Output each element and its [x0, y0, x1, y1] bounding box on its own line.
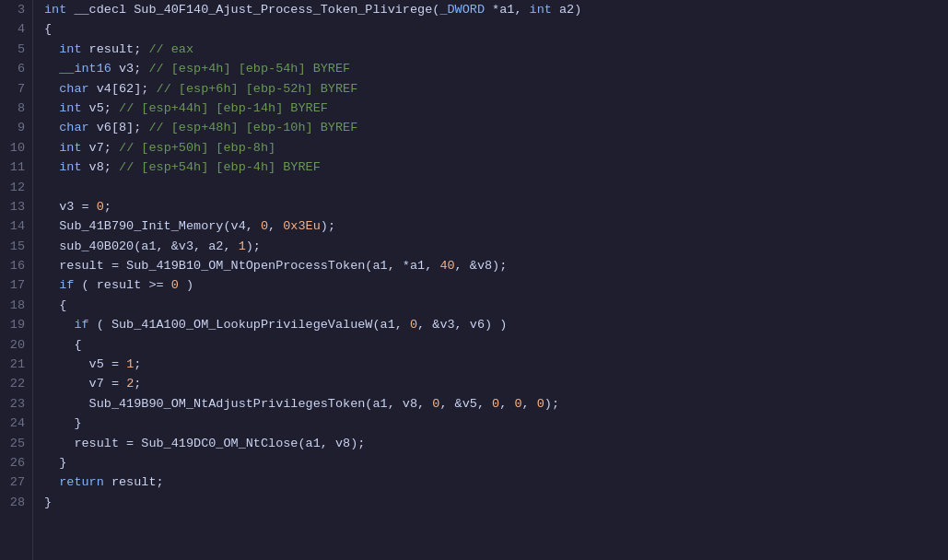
token-op: [44, 62, 59, 76]
token-op: ;: [104, 200, 111, 214]
line-number: 18: [4, 296, 25, 315]
token-num: 0: [537, 397, 544, 411]
token-num: 0: [410, 318, 417, 332]
token-cm: // [esp+48h] [ebp-10h] BYREF: [148, 121, 357, 134]
code-line: if ( Sub_41A100_OM_LookupPrivilegeValueW…: [44, 315, 948, 334]
token-op: {: [44, 298, 66, 312]
line-number: 25: [4, 434, 25, 453]
token-cm: // [esp+50h] [ebp-8h]: [119, 141, 275, 155]
token-op: [44, 318, 74, 332]
token-num: 0: [261, 219, 268, 233]
token-op: [44, 121, 59, 134]
code-line: v3 = 0;: [44, 197, 948, 216]
code-line: return result;: [44, 472, 948, 492]
token-op: {: [44, 22, 52, 36]
token-op: *a1,: [485, 3, 530, 17]
code-line: {: [44, 335, 948, 355]
code-line: }: [44, 453, 948, 472]
token-op: [44, 82, 59, 96]
token-op: [44, 101, 59, 115]
token-cm: // [esp+44h] [ebp-14h] BYREF: [119, 101, 328, 115]
token-op: result = Sub_419B10_OM_NtOpenProcessToke…: [44, 259, 439, 273]
token-kw: char: [59, 121, 88, 134]
code-line: char v4[62]; // [esp+6h] [ebp-52h] BYREF: [44, 79, 948, 99]
token-op: );: [246, 239, 261, 253]
line-number: 7: [4, 79, 25, 99]
token-num: 1: [239, 239, 246, 253]
token-op: ( result >=: [74, 278, 170, 292]
line-number: 24: [4, 414, 25, 433]
token-op: [44, 475, 59, 489]
token-kw: if: [59, 278, 74, 292]
line-number: 20: [4, 335, 25, 355]
line-number: 13: [4, 197, 25, 216]
line-number: 19: [4, 315, 25, 334]
token-op: );: [321, 219, 335, 233]
token-op: ,: [268, 219, 283, 233]
line-number-gutter: 3456789101112131415161718192021222324252…: [0, 0, 33, 560]
code-line: char v6[8]; // [esp+48h] [ebp-10h] BYREF: [44, 118, 948, 137]
token-num: 0: [97, 200, 104, 214]
code-line: int __cdecl Sub_40F140_Ajust_Process_Tok…: [44, 0, 948, 19]
token-op: v3;: [111, 62, 149, 76]
line-number: 5: [4, 40, 25, 59]
code-line: {: [44, 19, 948, 39]
token-kw: int: [59, 160, 81, 174]
token-op: __cdecl Sub_40F140_Ajust_Process_Token_P…: [66, 3, 439, 17]
token-num: 0: [171, 278, 179, 292]
token-op: ;: [134, 377, 141, 391]
token-op: }: [44, 416, 82, 430]
line-number: 28: [4, 493, 25, 512]
token-kw: int: [59, 42, 81, 56]
line-number: 16: [4, 256, 25, 275]
token-op: , &v8);: [455, 259, 508, 273]
line-number: 21: [4, 355, 25, 374]
token-kw: if: [74, 318, 88, 332]
line-number: 27: [4, 472, 25, 492]
token-num: 0x3Eu: [283, 219, 321, 233]
token-cm: // [esp+54h] [ebp-4h] BYREF: [119, 160, 321, 174]
code-line: int result; // eax: [44, 40, 948, 59]
token-op: [44, 160, 59, 174]
token-kw: return: [59, 475, 104, 489]
code-line: __int16 v3; // [esp+4h] [ebp-54h] BYREF: [44, 59, 948, 78]
line-number: 6: [4, 59, 25, 78]
token-op: ;: [134, 357, 141, 371]
line-number: 4: [4, 19, 25, 39]
code-line: if ( result >= 0 ): [44, 275, 948, 295]
token-kw: _DWORD: [439, 3, 485, 17]
code-line: Sub_41B790_Init_Memory(v4, 0, 0x3Eu);: [44, 216, 948, 236]
code-line: v5 = 1;: [44, 355, 948, 374]
token-op: {: [44, 338, 82, 352]
code-line: {: [44, 296, 948, 315]
token-cm: // [esp+6h] [ebp-52h] BYREF: [157, 82, 358, 96]
line-number: 9: [4, 118, 25, 137]
token-op: v4[62];: [89, 82, 157, 96]
token-kw: int: [59, 101, 81, 115]
token-op: v5 =: [44, 357, 126, 371]
token-op: result;: [104, 475, 164, 489]
code-content[interactable]: int __cdecl Sub_40F140_Ajust_Process_Tok…: [33, 0, 948, 560]
code-line: Sub_419B90_OM_NtAdjustPrivilegesToken(a1…: [44, 394, 948, 414]
line-number: 15: [4, 237, 25, 256]
token-op: result = Sub_419DC0_OM_NtClose(a1, v8);: [44, 437, 365, 450]
token-cm: // eax: [148, 42, 193, 56]
code-line: result = Sub_419DC0_OM_NtClose(a1, v8);: [44, 434, 948, 453]
line-number: 23: [4, 394, 25, 414]
token-op: a2): [552, 3, 581, 17]
token-op: ,: [522, 397, 537, 411]
line-number: 12: [4, 178, 25, 197]
token-kw: __int16: [59, 62, 111, 76]
token-op: Sub_419B90_OM_NtAdjustPrivilegesToken(a1…: [44, 397, 432, 411]
code-line: v7 = 2;: [44, 374, 948, 393]
token-op: [44, 42, 59, 56]
token-op: v5;: [82, 101, 120, 115]
token-op: }: [44, 496, 52, 509]
token-op: sub_40B020(a1, &v3, a2,: [44, 239, 239, 253]
token-kw: int: [59, 141, 81, 155]
token-num: 0: [492, 397, 499, 411]
token-op: ,: [499, 397, 514, 411]
code-line: result = Sub_419B10_OM_NtOpenProcessToke…: [44, 256, 948, 275]
token-op: result;: [82, 42, 149, 56]
token-op: , &v5,: [439, 397, 492, 411]
